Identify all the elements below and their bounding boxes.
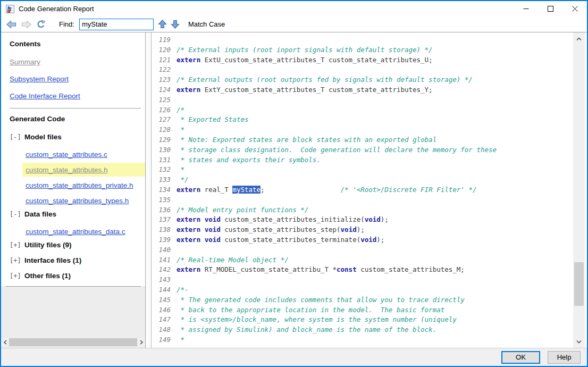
code-token: const xyxy=(337,265,357,273)
file-link-custom-state-attributes-private-h[interactable]: custom_state_attributes_private.h xyxy=(26,181,133,189)
line-number: 126 xyxy=(156,105,171,115)
code-token: extern xyxy=(177,56,200,64)
line-number: 132 xyxy=(156,165,171,175)
code-token: ); xyxy=(381,215,389,223)
file-row: custom_state_attributes_types.h xyxy=(10,194,145,207)
code-text: * The generated code includes comments t… xyxy=(177,295,465,305)
contents-item: Code Interface Report xyxy=(10,91,145,101)
scrollbar-thumb[interactable] xyxy=(574,262,584,306)
line-number: 144 xyxy=(156,285,171,295)
code-token: void xyxy=(341,226,357,233)
find-input[interactable] xyxy=(79,19,154,30)
scroll-right-icon[interactable] xyxy=(137,338,145,346)
code-token: * The generated code includes comments t… xyxy=(177,296,465,304)
simulink-report-icon xyxy=(5,4,15,14)
code-token: extern xyxy=(177,265,200,273)
code-line: 137extern void custom_state_attributes_i… xyxy=(156,215,571,225)
code-text: * Note: Exported states are block states… xyxy=(177,135,436,145)
code-line: 146 * back to the appropriate location i… xyxy=(156,305,571,315)
code-line: 141/* Real-time Model object */ xyxy=(156,255,571,265)
code-text: extern ExtU_custom_state_attributes_T cu… xyxy=(177,55,433,65)
file-row: custom_state_attributes_private.h xyxy=(10,178,145,192)
forward-arrow-icon xyxy=(21,20,31,29)
close-button[interactable] xyxy=(562,1,587,16)
code-line: 140 xyxy=(156,245,571,255)
line-number: 123 xyxy=(156,75,171,85)
code-line: 130 * storage class designation. Code ge… xyxy=(156,145,571,155)
refresh-icon[interactable] xyxy=(36,20,46,29)
file-group-label-data-files: Data files xyxy=(24,210,56,218)
sidebar-horizontal-scrollbar[interactable] xyxy=(1,338,145,346)
code-text: * xyxy=(177,165,184,175)
code-token: void xyxy=(205,215,221,223)
ok-button[interactable]: OK xyxy=(501,351,540,364)
code-line: 123/* External outputs (root outports fe… xyxy=(156,75,571,85)
collapse-icon[interactable]: [-] xyxy=(10,134,24,141)
code-token: extern xyxy=(177,226,200,233)
find-next-icon[interactable] xyxy=(171,20,180,29)
expand-icon[interactable]: [+] xyxy=(10,241,24,249)
code-token: custom_state_attributes_terminate( xyxy=(221,236,360,244)
file-link-custom-state-attributes-data-c[interactable]: custom_state_attributes_data.c xyxy=(26,228,125,236)
collapse-icon[interactable]: [-] xyxy=(10,211,24,218)
match-case-toggle[interactable]: Match Case xyxy=(188,20,225,28)
sidebar: Contents SummarySubsystem ReportCode Int… xyxy=(1,32,146,348)
line-number: 124 xyxy=(156,85,171,95)
sidebar-divider xyxy=(10,108,141,109)
code-line: 120/* External inputs (root inport signa… xyxy=(156,45,571,55)
scroll-down-icon[interactable] xyxy=(573,337,585,346)
code-text: * back to the appropriate location in th… xyxy=(177,305,444,315)
file-link-custom-state-attributes-types-h[interactable]: custom_state_attributes_types.h xyxy=(26,197,129,205)
pane-splitter[interactable] xyxy=(146,32,151,348)
code-text: * Exported States xyxy=(177,115,248,125)
sidebar-divider xyxy=(5,286,141,287)
code-text: extern RT_MODEL_custom_state_attribu_T *… xyxy=(177,265,465,275)
sidebar-link-code-interface-report[interactable]: Code Interface Report xyxy=(10,92,80,100)
code-line: 132 * xyxy=(156,165,571,175)
code-text: extern void custom_state_attributes_term… xyxy=(177,235,384,245)
code-token: real_T xyxy=(200,186,232,194)
file-row: custom_state_attributes.c xyxy=(10,147,145,161)
line-number: 149 xyxy=(156,335,171,345)
code-token: * assigned by Simulink) and block_name i… xyxy=(177,326,436,333)
line-number: 119 xyxy=(156,35,171,45)
help-button[interactable]: Help xyxy=(548,351,581,364)
line-number: 131 xyxy=(156,155,171,165)
expand-icon[interactable]: [+] xyxy=(10,272,24,280)
scrollbar-thumb[interactable] xyxy=(9,338,137,346)
code-token: * Note: Exported states are block states… xyxy=(177,136,436,144)
line-number: 121 xyxy=(156,55,171,65)
back-arrow-icon[interactable] xyxy=(6,20,16,29)
code-pane: 119120/* External inputs (root inport si… xyxy=(151,32,587,348)
code-token: /* xyxy=(177,106,184,114)
contents-item: Summary xyxy=(10,57,145,66)
minimize-button[interactable] xyxy=(514,1,538,16)
titlebar: Code Generation Report xyxy=(1,1,587,16)
code-vertical-scrollbar[interactable] xyxy=(573,32,585,348)
code-line: 124extern ExtY_custom_state_attributes_T… xyxy=(156,85,571,95)
code-line: 149 * xyxy=(156,335,571,345)
file-group: [+]Other files (1) xyxy=(10,271,145,280)
sidebar-link-summary[interactable]: Summary xyxy=(10,58,40,66)
file-link-custom-state-attributes-c[interactable]: custom_state_attributes.c xyxy=(26,151,107,159)
expand-icon[interactable]: [+] xyxy=(10,257,24,264)
search-match-highlight: myState xyxy=(232,186,261,194)
find-previous-icon[interactable] xyxy=(158,20,167,29)
line-number: 135 xyxy=(156,195,171,205)
code-text: * is <system>/block_name, where system i… xyxy=(177,315,457,325)
line-number: 147 xyxy=(156,315,171,325)
code-token: */ xyxy=(177,176,189,184)
code-text: /* External outputs (root outports fed b… xyxy=(177,75,473,85)
file-group: [-]Data files xyxy=(10,209,145,219)
code-token: ; xyxy=(261,186,341,194)
maximize-button[interactable] xyxy=(538,1,562,16)
sidebar-link-subsystem-report[interactable]: Subsystem Report xyxy=(10,75,69,83)
file-group-label-utility-files-9: Utility files (9) xyxy=(24,241,72,249)
scroll-left-icon[interactable] xyxy=(1,338,9,346)
scroll-up-icon[interactable] xyxy=(573,35,585,43)
code-token: void xyxy=(360,236,376,244)
file-link-custom-state-attributes-h[interactable]: custom_state_attributes.h xyxy=(26,166,108,174)
code-token: * Exported States xyxy=(177,115,248,123)
code-text: extern void custom_state_attributes_step… xyxy=(177,225,365,235)
code-token: ); xyxy=(376,236,384,244)
